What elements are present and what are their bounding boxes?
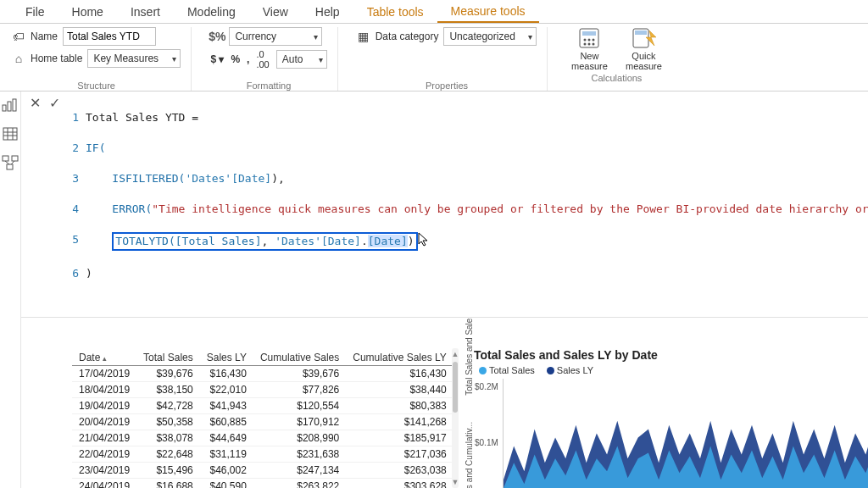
y-axis-label: Cumulative Sales and Cumulativ... — [465, 422, 474, 488]
column-header[interactable]: Sales LY — [200, 348, 253, 366]
table-cell: $39,676 — [136, 366, 200, 382]
quick-measure-button[interactable]: Quick measure — [620, 27, 666, 71]
table-cell: $39,676 — [253, 366, 346, 382]
table-row[interactable]: 20/04/2019$50,358$60,885$170,912$141,268 — [72, 414, 453, 430]
table-cell: 21/04/2019 — [72, 430, 136, 446]
tab-insert[interactable]: Insert — [117, 0, 174, 23]
quick-measure-icon — [630, 27, 657, 49]
table-row[interactable]: 24/04/2019$16,688$40,590$263,822$303,628 — [72, 479, 453, 489]
svg-rect-13 — [13, 99, 16, 111]
decimals-select[interactable]: Auto — [276, 50, 327, 69]
column-header[interactable]: Total Sales — [136, 348, 200, 366]
tab-modeling[interactable]: Modeling — [174, 0, 249, 23]
report-view-icon[interactable] — [0, 97, 20, 114]
comma-button[interactable]: , — [247, 53, 249, 65]
svg-point-4 — [593, 39, 595, 42]
category-icon: ▦ — [357, 30, 370, 43]
table-scrollbar[interactable]: ▲ ▼ — [452, 348, 459, 488]
svg-marker-10 — [646, 30, 656, 46]
measure-name-input[interactable] — [63, 27, 156, 46]
data-category-select[interactable]: Uncategorized — [443, 27, 537, 46]
svg-rect-12 — [8, 102, 11, 111]
table-cell: $38,440 — [346, 382, 453, 398]
table-cell: $46,002 — [200, 463, 253, 479]
tab-file[interactable]: File — [12, 0, 58, 23]
table-cell: $120,554 — [253, 398, 346, 414]
table-cell: 19/04/2019 — [72, 398, 136, 414]
code-line: Total Sales YTD = — [86, 110, 198, 125]
tab-help[interactable]: Help — [302, 0, 353, 23]
table-cell: 24/04/2019 — [72, 479, 136, 489]
group-label-properties: Properties — [357, 80, 537, 91]
code-line: IF( — [86, 141, 105, 156]
data-view-icon[interactable] — [0, 125, 20, 142]
svg-rect-19 — [3, 156, 8, 161]
code-token: , — [262, 235, 275, 247]
code-token-selected: [Date] — [368, 235, 408, 247]
tab-home[interactable]: Home — [58, 0, 117, 23]
table-cell: $247,134 — [253, 463, 346, 479]
column-header[interactable]: Date — [72, 348, 136, 366]
commit-formula-icon[interactable]: ✓ — [49, 95, 60, 111]
ribbon-body: 🏷 Name ⌂ Home table Key Measures Structu… — [0, 24, 868, 92]
group-label-formatting: Formatting — [210, 80, 326, 91]
format-icon: $% — [210, 30, 224, 43]
table-cell: $31,119 — [200, 446, 253, 463]
table-cell: $77,826 — [253, 382, 346, 398]
tab-table-tools[interactable]: Table tools — [353, 0, 437, 23]
table-row[interactable]: 18/04/2019$38,150$22,010$77,826$38,440 — [72, 382, 453, 398]
percent-button[interactable]: % — [231, 53, 240, 65]
table-cell: 18/04/2019 — [72, 382, 136, 398]
group-label-structure: Structure — [12, 80, 181, 91]
scroll-up-icon[interactable]: ▲ — [452, 350, 459, 358]
table-cell: $22,010 — [200, 382, 253, 398]
table-row[interactable]: 17/04/2019$39,676$16,430$39,676$16,430 — [72, 366, 453, 382]
table-cell: $263,038 — [346, 463, 453, 479]
code-line: ) — [86, 266, 92, 281]
svg-line-23 — [11, 161, 14, 164]
group-structure: 🏷 Name ⌂ Home table Key Measures Structu… — [8, 27, 192, 91]
tab-measure-tools[interactable]: Measure tools — [437, 0, 539, 23]
data-table-visual[interactable]: DateTotal SalesSales LYCumulative SalesC… — [72, 348, 437, 488]
tab-view[interactable]: View — [249, 0, 302, 23]
table-cell: 22/04/2019 — [72, 446, 136, 463]
table-row[interactable]: 22/04/2019$22,648$31,119$231,638$217,036 — [72, 446, 453, 463]
table-cell: $263,822 — [253, 479, 346, 489]
model-view-icon[interactable] — [0, 154, 20, 171]
y-tick: $0.1M — [475, 437, 498, 446]
table-cell: 23/04/2019 — [72, 463, 136, 479]
quick-measure-label: Quick measure — [620, 51, 666, 71]
scroll-thumb[interactable] — [453, 362, 458, 413]
table-cell: $231,638 — [253, 446, 346, 463]
currency-button[interactable]: $ ▾ — [210, 53, 224, 65]
decimals-icon: .0.00 — [256, 49, 269, 69]
scroll-down-icon[interactable]: ▼ — [452, 478, 459, 486]
table-cell: $185,917 — [346, 430, 453, 446]
table-cell: $15,496 — [136, 463, 200, 479]
y-axis-label: Total Sales and Sales LY — [465, 318, 474, 395]
column-header[interactable]: Cumulative Sales — [253, 348, 346, 366]
formula-editor[interactable]: 1Total Sales YTD = 2IF( 3 ISFILTERED('Da… — [69, 92, 868, 317]
chart-1[interactable]: Total Sales and Sales LY by Date Total S… — [474, 348, 868, 488]
svg-rect-9 — [635, 30, 647, 35]
table-cell: $16,688 — [136, 479, 200, 489]
y-tick: $0.2M — [475, 381, 498, 391]
code-token: "Time intelligence quick measures can on… — [152, 202, 868, 217]
chart-title: Total Sales and Sales LY by Date — [474, 348, 868, 362]
column-header[interactable]: Cumulative Sales LY — [346, 348, 453, 366]
table-cell: $208,990 — [253, 430, 346, 446]
format-select[interactable]: Currency — [229, 27, 322, 46]
legend-dot-icon — [547, 367, 554, 374]
svg-marker-24 — [419, 233, 427, 246]
table-row[interactable]: 19/04/2019$42,728$41,943$120,554$80,383 — [72, 398, 453, 414]
home-table-select[interactable]: Key Measures — [87, 49, 181, 68]
table-row[interactable]: 21/04/2019$38,078$44,649$208,990$185,917 — [72, 430, 453, 446]
svg-point-5 — [584, 43, 587, 46]
table-cell: $16,430 — [346, 366, 453, 382]
table-cell: 20/04/2019 — [72, 414, 136, 430]
table-row[interactable]: 23/04/2019$15,496$46,002$247,134$263,038 — [72, 463, 453, 479]
cancel-formula-icon[interactable]: ✕ — [30, 95, 41, 111]
new-measure-button[interactable]: New measure — [566, 27, 612, 71]
legend-label: Sales LY — [557, 365, 593, 375]
table-cell: $303,628 — [346, 479, 453, 489]
